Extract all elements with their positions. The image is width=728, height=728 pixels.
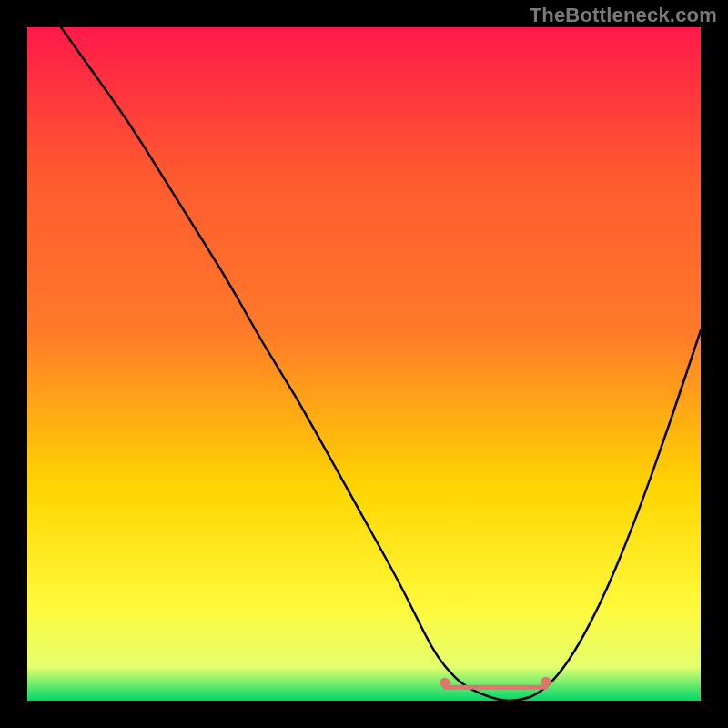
optimal-range-end-dot: [541, 677, 551, 687]
chart-container: TheBottleneck.com: [0, 0, 728, 728]
bottleneck-chart: [27, 27, 701, 701]
optimal-range-start-dot: [440, 678, 450, 688]
gradient-background: [27, 27, 701, 701]
watermark-text: TheBottleneck.com: [530, 4, 717, 27]
